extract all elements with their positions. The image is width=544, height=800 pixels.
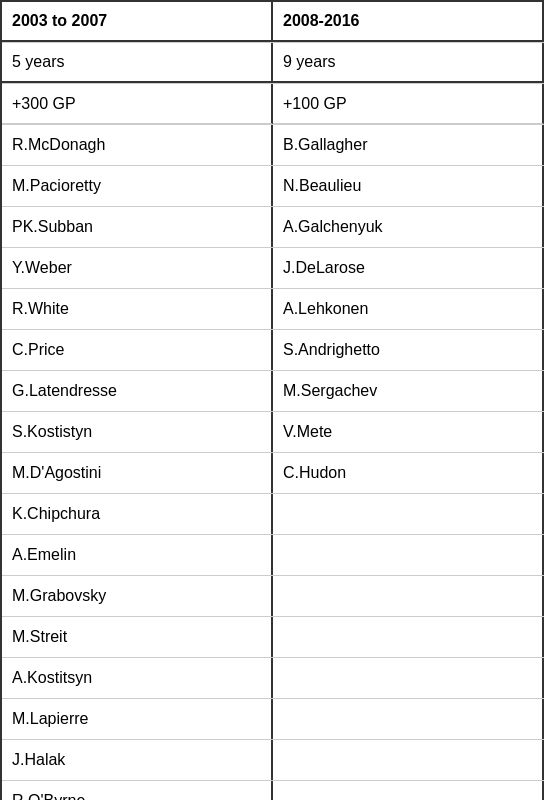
col1-header-text: 2003 to 2007 (12, 12, 107, 30)
table-row: G.LatendresseM.Sergachev (2, 371, 544, 412)
col2-player: M.Sergachev (273, 371, 544, 411)
table-row: R.O'Byrne (2, 781, 544, 800)
table-row: R.WhiteA.Lehkonen (2, 289, 544, 330)
table-row: C.PriceS.Andrighetto (2, 330, 544, 371)
col2-player (273, 658, 544, 698)
col1-player: PK.Subban (2, 207, 273, 247)
col1-player: C.Price (2, 330, 273, 370)
col2-header-text: 2008-2016 (283, 12, 360, 30)
table-row: M.PaciorettyN.Beaulieu (2, 166, 544, 207)
table-row: Y.WeberJ.DeLarose (2, 248, 544, 289)
table-row: S.KostistynV.Mete (2, 412, 544, 453)
col2-gp-text: +100 GP (283, 95, 347, 113)
table-row: M.Lapierre (2, 699, 544, 740)
data-rows: R.McDonaghB.GallagherM.PaciorettyN.Beaul… (2, 125, 544, 800)
col2-player: A.Lehkonen (273, 289, 544, 329)
col2-player: S.Andrighetto (273, 330, 544, 370)
table-row: M.Streit (2, 617, 544, 658)
col1-player: K.Chipchura (2, 494, 273, 534)
col2-player: V.Mete (273, 412, 544, 452)
table-row: A.Emelin (2, 535, 544, 576)
col2-player (273, 494, 544, 534)
col1-player: M.Streit (2, 617, 273, 657)
col1-player: Y.Weber (2, 248, 273, 288)
col2-player (273, 699, 544, 739)
col1-player: M.Lapierre (2, 699, 273, 739)
col1-player: R.McDonagh (2, 125, 273, 165)
table-row: K.Chipchura (2, 494, 544, 535)
col1-player: M.Pacioretty (2, 166, 273, 206)
col2-player (273, 617, 544, 657)
col1-player: S.Kostistyn (2, 412, 273, 452)
col1-player: J.Halak (2, 740, 273, 780)
col2-player: N.Beaulieu (273, 166, 544, 206)
col2-player (273, 740, 544, 780)
col1-player: R.White (2, 289, 273, 329)
col2-player: A.Galchenyuk (273, 207, 544, 247)
col1-player: A.Kostitsyn (2, 658, 273, 698)
col1-player: R.O'Byrne (2, 781, 273, 800)
header-row: 2003 to 2007 2008-2016 (2, 2, 544, 43)
col2-years-text: 9 years (283, 53, 335, 71)
col2-header: 2008-2016 (273, 2, 544, 42)
gp-row: +300 GP +100 GP (2, 84, 544, 125)
years-row: 5 years 9 years (2, 43, 544, 84)
col2-player: J.DeLarose (273, 248, 544, 288)
table-row: A.Kostitsyn (2, 658, 544, 699)
col2-player: B.Gallagher (273, 125, 544, 165)
col1-player: M.D'Agostini (2, 453, 273, 493)
col1-years-text: 5 years (12, 53, 64, 71)
col1-player: G.Latendresse (2, 371, 273, 411)
table-row: M.Grabovsky (2, 576, 544, 617)
table-row: PK.SubbanA.Galchenyuk (2, 207, 544, 248)
col1-gp-text: +300 GP (12, 95, 76, 113)
table-row: J.Halak (2, 740, 544, 781)
col2-gp: +100 GP (273, 84, 544, 124)
table-row: M.D'AgostiniC.Hudon (2, 453, 544, 494)
col2-player (273, 535, 544, 575)
col1-years: 5 years (2, 43, 273, 83)
col1-gp: +300 GP (2, 84, 273, 124)
col1-player: A.Emelin (2, 535, 273, 575)
col2-years: 9 years (273, 43, 544, 83)
col1-player: M.Grabovsky (2, 576, 273, 616)
comparison-table: 2003 to 2007 2008-2016 5 years 9 years +… (0, 0, 544, 800)
col2-player (273, 576, 544, 616)
table-row: R.McDonaghB.Gallagher (2, 125, 544, 166)
col2-player: C.Hudon (273, 453, 544, 493)
col2-player (273, 781, 544, 800)
col1-header: 2003 to 2007 (2, 2, 273, 42)
